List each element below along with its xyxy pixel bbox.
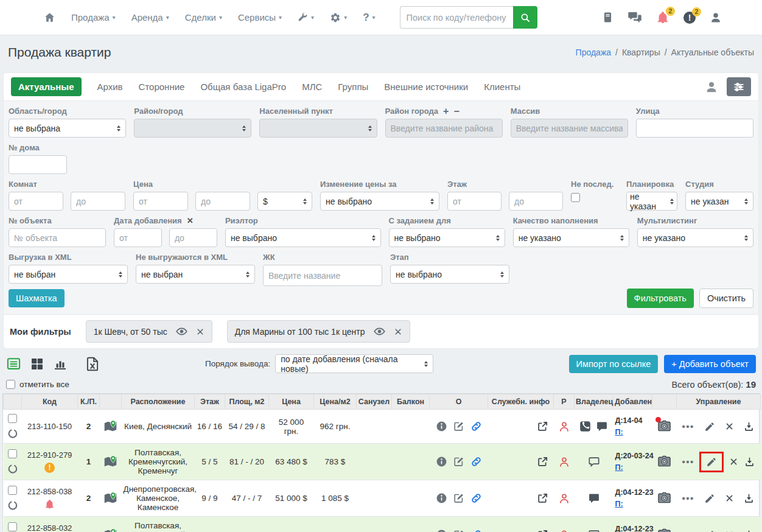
tab-third-party[interactable]: Сторонние — [139, 82, 185, 92]
clear-button[interactable]: Очистить — [699, 289, 753, 308]
massiv-input[interactable] — [511, 119, 628, 138]
rooms-to-input[interactable] — [71, 192, 125, 211]
row-checkbox[interactable] — [8, 414, 17, 423]
info-button[interactable] — [436, 492, 447, 504]
row-checkbox[interactable] — [8, 486, 17, 495]
photos-button[interactable] — [657, 527, 671, 532]
street-input[interactable] — [636, 119, 753, 138]
link-button[interactable] — [470, 529, 482, 532]
photos-button[interactable] — [657, 454, 671, 468]
delete-filter-button[interactable] — [394, 327, 402, 336]
clear-date-icon[interactable]: ✕ — [187, 216, 194, 225]
tab-clients[interactable]: Клиенты — [484, 82, 520, 92]
chart-view-button[interactable] — [53, 357, 68, 371]
object-code[interactable]: 213-110-150 — [27, 422, 72, 431]
view-filter-button[interactable] — [374, 326, 385, 337]
tab-archive[interactable]: Архив — [97, 82, 123, 92]
edit-note-button[interactable] — [453, 492, 464, 504]
download-button[interactable] — [743, 529, 755, 532]
more-actions-button[interactable]: ••• — [682, 493, 694, 503]
edit-note-button[interactable] — [453, 529, 464, 532]
agent-icon[interactable] — [705, 80, 718, 94]
map-icon[interactable] — [103, 419, 117, 433]
date-to-input[interactable] — [169, 228, 217, 247]
map-icon[interactable] — [103, 455, 117, 469]
view-filter-button[interactable] — [176, 326, 187, 337]
saved-filter-name[interactable]: Для Марины от 100 тыс 1к центр — [235, 327, 365, 337]
edit-note-button[interactable] — [453, 456, 464, 467]
floor-to-input[interactable] — [509, 192, 563, 211]
edit-button[interactable] — [704, 493, 715, 504]
complex-input[interactable] — [263, 265, 382, 286]
floor-from-input[interactable] — [447, 192, 502, 211]
settlement-select[interactable] — [259, 119, 377, 138]
status-ring-icon[interactable] — [7, 429, 18, 439]
price-from-input[interactable] — [133, 192, 188, 211]
region-select[interactable]: не выбрана — [9, 119, 126, 138]
home-button[interactable] — [44, 12, 55, 23]
remove-district-button[interactable]: − — [453, 108, 459, 114]
edit-note-button[interactable] — [453, 421, 464, 432]
breadcrumb-link-sale[interactable]: Продажа — [576, 47, 611, 57]
nav-menu-rent[interactable]: Аренда▾ — [131, 12, 169, 23]
row-checkbox[interactable] — [8, 449, 17, 458]
delete-button[interactable] — [725, 530, 734, 532]
list-view-button[interactable] — [6, 356, 21, 371]
chessboard-button[interactable]: Шахматка — [9, 289, 65, 307]
object-code[interactable]: 212-910-279 — [27, 450, 72, 460]
tab-mls[interactable]: МЛС — [302, 82, 322, 92]
price-to-input[interactable] — [195, 192, 250, 211]
add-district-button[interactable]: + — [443, 108, 449, 114]
object-code[interactable]: 212-858-038 — [27, 487, 72, 496]
help-menu[interactable]: ?▾ — [363, 12, 375, 24]
added-p-link[interactable]: П: — [615, 428, 623, 436]
external-link-button[interactable] — [537, 529, 548, 532]
download-button[interactable] — [743, 492, 755, 504]
map-icon[interactable] — [103, 491, 117, 505]
edit-button[interactable] — [704, 530, 715, 532]
export-excel-button[interactable] — [85, 356, 100, 372]
external-link-button[interactable] — [537, 456, 548, 467]
multilisting-select[interactable]: не указано — [637, 228, 753, 247]
comment-button[interactable] — [588, 492, 600, 505]
info-button[interactable] — [436, 421, 447, 432]
object-code[interactable]: 212-858-032 — [27, 523, 72, 532]
filter-button[interactable]: Фильтровать — [627, 289, 694, 308]
currency-select[interactable]: $ — [257, 192, 312, 211]
delete-button[interactable] — [729, 457, 738, 467]
nav-menu-services[interactable]: Сервисы▾ — [238, 12, 282, 23]
notifications-button[interactable]: 2 — [656, 11, 669, 24]
status-ring-icon[interactable] — [7, 464, 18, 474]
more-actions-button[interactable]: ••• — [682, 421, 694, 432]
address-book-button[interactable] — [602, 12, 613, 23]
tab-external-sources[interactable]: Внешние источники — [384, 82, 468, 92]
saved-filter-name[interactable]: 1к Шевч, от 50 тыс — [94, 327, 167, 337]
comment-button[interactable] — [596, 421, 608, 433]
nav-menu-deals[interactable]: Сделки▾ — [185, 12, 222, 23]
profile-button[interactable] — [710, 12, 722, 24]
add-object-button[interactable]: + Добавить объект — [664, 355, 756, 373]
tab-ligapro-base[interactable]: Общая база LigaPro — [200, 82, 286, 92]
download-button[interactable] — [743, 421, 755, 432]
realtor-button[interactable] — [558, 457, 570, 466]
messages-button[interactable] — [627, 10, 642, 25]
house-number-input[interactable] — [9, 155, 67, 174]
edit-button[interactable] — [706, 457, 717, 467]
photos-button[interactable] — [657, 419, 671, 433]
not-last-floor-checkbox[interactable] — [571, 193, 580, 202]
edit-button[interactable] — [704, 421, 715, 432]
import-by-link-button[interactable]: Импорт по ссылке — [569, 355, 659, 373]
settings-menu[interactable]: ▾ — [330, 12, 347, 23]
more-actions-button[interactable]: ••• — [682, 457, 694, 467]
delete-filter-button[interactable] — [196, 327, 204, 336]
added-p-link[interactable]: П: — [615, 463, 623, 472]
xml-excluded-select[interactable]: не выбран — [136, 265, 255, 284]
external-link-button[interactable] — [537, 492, 548, 504]
external-link-button[interactable] — [537, 421, 548, 432]
delete-button[interactable] — [725, 494, 734, 503]
select-all-checkbox[interactable] — [6, 380, 15, 389]
grid-view-button[interactable] — [30, 357, 44, 371]
search-button[interactable] — [513, 6, 537, 29]
rooms-from-input[interactable] — [9, 192, 63, 211]
tab-actual[interactable]: Актуальные — [11, 77, 82, 96]
